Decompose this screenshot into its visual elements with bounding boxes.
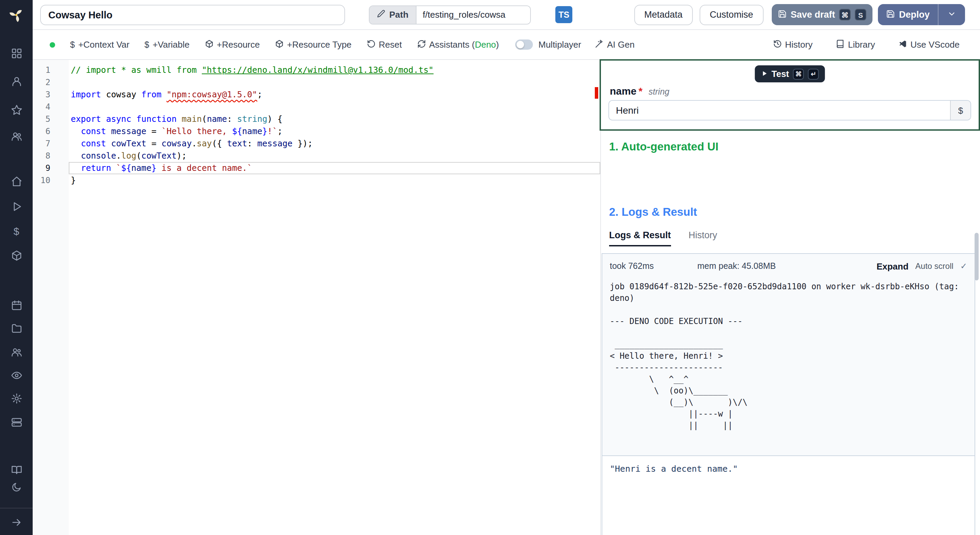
add-context-var-label: +Context Var (78, 40, 130, 50)
sidebar-footer (0, 508, 33, 535)
assistants-button[interactable]: Assistants (Deno) (417, 39, 499, 50)
code-editor[interactable]: 1// import * as wmill from "https://deno… (33, 60, 600, 535)
cube-icon (205, 39, 213, 50)
reset-label: Reset (379, 40, 402, 50)
rotate-ccw-icon (366, 39, 375, 50)
code-line[interactable]: 8 console.log(cowText); (33, 150, 600, 162)
logs-result-heading: 2. Logs & Result (609, 205, 697, 218)
history-label: History (785, 40, 813, 50)
deploy-icon (886, 9, 895, 20)
editor-toolbar: $ +Context Var $ +Variable +Resource +Re… (33, 30, 980, 60)
code-line[interactable]: 1// import * as wmill from "https://deno… (33, 64, 600, 76)
audit-eye-icon[interactable] (0, 367, 33, 383)
user-icon[interactable] (0, 73, 33, 89)
use-vscode-label: Use VScode (910, 40, 959, 50)
library-button[interactable]: Library (836, 39, 875, 50)
multiplayer-toggle[interactable] (515, 40, 533, 50)
right-panel: 1. Auto-generated UI 2. Logs & Result Lo… (600, 60, 980, 535)
deploy-label: Deploy (899, 10, 930, 20)
sidebar: $ (0, 0, 33, 535)
add-variable-button[interactable]: $ +Variable (144, 40, 189, 50)
path-button[interactable]: Path (369, 6, 416, 24)
typescript-badge: TS (555, 6, 572, 23)
code-line[interactable]: 3import cowsay from "npm:cowsay@1.5.0"; (33, 89, 600, 101)
expand-button[interactable]: Expand (877, 261, 908, 271)
topbar: Path TS Metadata Customise Save draft ⌘ … (33, 0, 980, 30)
windmill-script-editor: $ (0, 0, 980, 535)
tab-logs-result[interactable]: Logs & Result (609, 230, 671, 247)
deploy-group: Deploy (878, 4, 965, 25)
code-lines: 1// import * as wmill from "https://deno… (33, 64, 600, 186)
test-button[interactable]: Test ⌘ ↵ (754, 65, 825, 82)
run-duration: took 762ms (610, 261, 654, 271)
path-input[interactable] (416, 6, 530, 24)
add-variable-label: +Variable (153, 40, 189, 50)
schedules-icon[interactable] (0, 297, 33, 313)
save-draft-label: Save draft (791, 10, 835, 20)
save-draft-button[interactable]: Save draft ⌘ S (772, 4, 872, 25)
deploy-button[interactable]: Deploy (878, 4, 938, 25)
result-value: "Henri is a decent name." (610, 463, 967, 474)
ai-gen-button[interactable]: AI Gen (595, 39, 635, 50)
home-icon[interactable] (0, 173, 33, 189)
refresh-icon (417, 39, 426, 50)
run-stats-row: took 762ms mem peak: 45.08MB Expand Auto… (602, 254, 975, 279)
test-label: Test (772, 69, 789, 79)
saved-status-dot (50, 42, 55, 47)
library-label: Library (848, 40, 875, 50)
required-asterisk: * (638, 85, 643, 97)
deploy-dropdown-button[interactable] (938, 4, 965, 25)
runs-icon[interactable] (0, 198, 33, 214)
workers-icon[interactable] (0, 414, 33, 430)
insert-variable-button[interactable]: $ (950, 101, 970, 120)
book-icon (836, 39, 845, 50)
error-overview-marker (595, 87, 598, 99)
check-icon[interactable]: ✓ (960, 261, 967, 271)
path-group: Path (369, 5, 531, 24)
play-icon (760, 69, 767, 79)
code-line[interactable]: 7 const cowText = cowsay.say({ text: mes… (33, 137, 600, 150)
settings-gear-icon[interactable] (0, 390, 33, 406)
code-line[interactable]: 6 const message = `Hello there, ${name}!… (33, 125, 600, 137)
name-arg-input[interactable] (609, 101, 950, 120)
resources-icon[interactable] (0, 247, 33, 263)
expand-sidebar-icon[interactable] (0, 514, 33, 530)
folders-icon[interactable] (0, 320, 33, 336)
arg-input-wrap: $ (608, 100, 971, 121)
apps-icon[interactable] (0, 45, 33, 61)
code-line[interactable]: 9 return `${name} is a decent name.` (33, 162, 600, 174)
tab-history[interactable]: History (689, 230, 717, 247)
add-resource-type-label: +Resource Type (287, 40, 352, 50)
script-name-input[interactable] (40, 5, 345, 25)
kbd-cmd: ⌘ (793, 68, 804, 79)
add-resource-type-button[interactable]: +Resource Type (275, 39, 352, 50)
result-tabs: Logs & Result History (609, 230, 717, 247)
history-button[interactable]: History (773, 39, 813, 50)
windmill-logo-icon[interactable] (0, 5, 33, 24)
customise-button[interactable]: Customise (700, 5, 764, 25)
members-icon[interactable] (0, 344, 33, 360)
code-line[interactable]: 5export async function main(name: string… (33, 113, 600, 125)
code-line[interactable]: 10} (33, 174, 600, 186)
code-line[interactable]: 4 (33, 101, 600, 113)
autoscroll-toggle[interactable]: Auto scroll (915, 261, 953, 271)
add-resource-label: +Resource (217, 40, 259, 50)
code-line[interactable]: 2 (33, 76, 600, 89)
metadata-button[interactable]: Metadata (634, 5, 693, 25)
use-vscode-button[interactable]: Use VScode (898, 39, 959, 50)
reset-button[interactable]: Reset (366, 39, 402, 50)
run-form: Test ⌘ ↵ name * string $ (600, 59, 980, 131)
add-resource-button[interactable]: +Resource (205, 39, 259, 50)
docs-book-icon[interactable] (0, 462, 33, 478)
dark-mode-moon-icon[interactable] (0, 479, 33, 495)
kbd-cmd: ⌘ (839, 9, 851, 21)
variables-icon[interactable]: $ (0, 223, 33, 239)
panel-scrollbar-thumb[interactable] (975, 233, 978, 280)
team-icon[interactable] (0, 128, 33, 144)
assistants-label: Assistants (Deno) (429, 40, 499, 50)
add-context-var-button[interactable]: $ +Context Var (70, 40, 129, 50)
dollar-icon: $ (144, 40, 149, 49)
pencil-icon (377, 10, 385, 20)
favorites-star-icon[interactable] (0, 102, 33, 118)
path-button-label: Path (389, 10, 408, 20)
